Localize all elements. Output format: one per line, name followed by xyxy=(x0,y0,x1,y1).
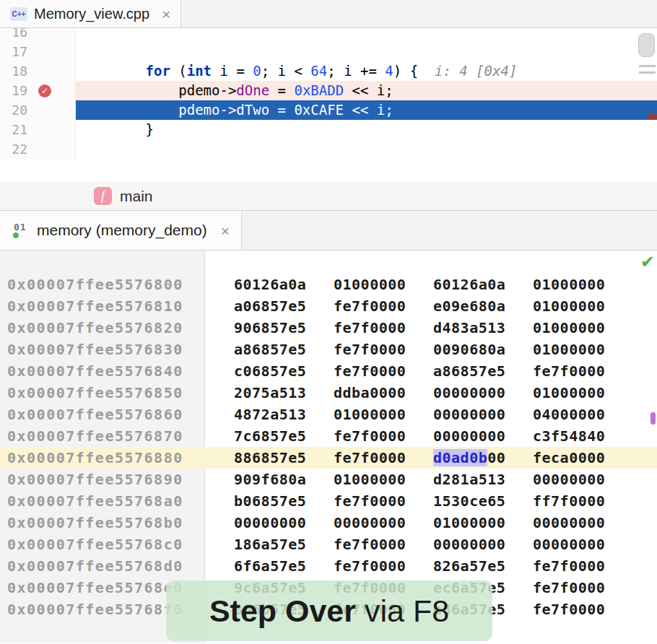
memory-value[interactable]: 60126a0a xyxy=(234,274,334,295)
tab-memory-view-cpp[interactable]: C++ Memory_view.cpp × xyxy=(0,0,181,27)
code-text[interactable]: } xyxy=(76,120,657,139)
memory-row[interactable]: 0x00007ffee5576840c06857e5fe7f0000a86857… xyxy=(0,360,657,382)
memory-value[interactable]: 906857e5 xyxy=(234,317,334,339)
memory-value[interactable]: d0ad0b00 xyxy=(433,447,533,469)
memory-value[interactable]: c3f54840 xyxy=(533,425,632,447)
code-line-21[interactable]: 21 } xyxy=(0,120,657,139)
line-number[interactable]: 19 xyxy=(0,81,27,100)
memory-value[interactable]: 2075a513 xyxy=(234,382,334,404)
memory-value[interactable]: fe7f0000 xyxy=(533,599,632,620)
code-editor[interactable]: 161718 for (int i = 0; i < 64; i += 4) {… xyxy=(0,28,657,182)
memory-value[interactable]: 01000000 xyxy=(533,382,632,404)
memory-value[interactable]: 01000000 xyxy=(533,274,632,295)
memory-value[interactable]: c06857e5 xyxy=(234,360,334,382)
memory-row[interactable]: 0x00007ffee5576890909f680a01000000d281a5… xyxy=(0,469,657,490)
memory-row[interactable]: 0x00007ffee5576810a06857e5fe7f0000e09e68… xyxy=(0,295,657,317)
memory-value[interactable]: fe7f0000 xyxy=(334,339,433,360)
code-line-22[interactable]: 22 xyxy=(0,139,657,159)
memory-value[interactable]: 4872a513 xyxy=(234,404,334,425)
line-number[interactable]: 18 xyxy=(0,61,27,81)
memory-row[interactable]: 0x00007ffee55768a0b06857e5fe7f00001530ce… xyxy=(0,490,657,512)
memory-row[interactable]: 0x00007ffee55768c0186a57e5fe7f0000000000… xyxy=(0,534,657,555)
memory-value[interactable]: 00000000 xyxy=(433,534,533,555)
memory-value[interactable]: fe7f0000 xyxy=(533,360,632,382)
code-line-20[interactable]: 20 pdemo->dTwo = 0xCAFE << i; xyxy=(0,100,657,120)
gutter[interactable]: 17 xyxy=(0,42,76,61)
code-text[interactable] xyxy=(76,42,657,61)
scrollbar-thumb[interactable] xyxy=(638,33,655,57)
memory-value[interactable]: e09e680a xyxy=(433,295,533,317)
memory-value[interactable]: 7c6857e5 xyxy=(234,425,334,447)
memory-value[interactable]: 01000000 xyxy=(433,512,533,534)
line-number[interactable]: 21 xyxy=(0,120,27,139)
tab-memory-view[interactable]: 01 memory (memory_demo) × xyxy=(0,211,242,250)
memory-value[interactable]: a86857e5 xyxy=(234,339,334,360)
memory-value[interactable]: d483a513 xyxy=(433,317,533,339)
memory-row[interactable]: 0x00007ffee5576880886857e5fe7f0000d0ad0b… xyxy=(0,447,657,469)
breakpoint-icon[interactable]: ✓ xyxy=(38,84,51,97)
code-text[interactable]: for (int i = 0; i < 64; i += 4) { i: 4 [… xyxy=(76,61,657,81)
memory-value[interactable]: 01000000 xyxy=(533,339,632,360)
memory-value[interactable]: 00000000 xyxy=(533,469,632,490)
memory-value[interactable]: 01000000 xyxy=(334,274,433,295)
memory-value[interactable]: feca0000 xyxy=(533,447,632,469)
memory-row[interactable]: 0x00007ffee557680060126a0a0100000060126a… xyxy=(0,274,657,295)
code-text[interactable] xyxy=(76,28,657,42)
memory-value[interactable]: a06857e5 xyxy=(234,295,334,317)
memory-row[interactable]: 0x00007ffee55768b00000000000000000010000… xyxy=(0,512,657,534)
line-number[interactable]: 17 xyxy=(0,42,27,61)
memory-row[interactable]: 0x00007ffee55768502075a513ddba0000000000… xyxy=(0,382,657,404)
memory-value[interactable]: 1530ce65 xyxy=(433,490,533,512)
line-number[interactable]: 20 xyxy=(0,100,27,120)
memory-value[interactable]: 00000000 xyxy=(433,404,533,425)
line-number[interactable]: 22 xyxy=(0,139,27,159)
memory-value[interactable]: fe7f0000 xyxy=(533,555,632,577)
gutter[interactable]: 20 xyxy=(0,100,76,120)
memory-value[interactable]: 00000000 xyxy=(334,512,433,534)
memory-value[interactable]: 886857e5 xyxy=(234,447,334,469)
memory-value[interactable]: 6f6a57e5 xyxy=(234,555,334,577)
memory-value[interactable]: 00000000 xyxy=(533,512,632,534)
debugger-frame-bar[interactable]: f main xyxy=(0,182,657,211)
memory-value[interactable]: fe7f0000 xyxy=(334,447,433,469)
memory-value[interactable]: fe7f0000 xyxy=(334,490,433,512)
memory-value[interactable]: 01000000 xyxy=(334,469,433,490)
memory-value[interactable]: 00000000 xyxy=(433,382,533,404)
memory-value[interactable]: fe7f0000 xyxy=(334,295,433,317)
memory-value[interactable]: fe7f0000 xyxy=(334,360,433,382)
memory-value[interactable]: fe7f0000 xyxy=(334,534,433,555)
memory-value[interactable]: 00000000 xyxy=(234,512,334,534)
code-line-19[interactable]: 19✓ pdemo->dOne = 0xBADD << i; xyxy=(0,81,657,100)
code-text[interactable] xyxy=(76,139,657,159)
gutter[interactable]: 18 xyxy=(0,61,76,81)
memory-value[interactable]: 00000000 xyxy=(533,534,632,555)
gutter[interactable]: 16 xyxy=(0,28,76,42)
memory-row[interactable]: 0x00007ffee5576830a86857e5fe7f0000009068… xyxy=(0,339,657,360)
memory-value[interactable]: fe7f0000 xyxy=(533,577,632,599)
memory-row[interactable]: 0x00007ffee55768604872a51301000000000000… xyxy=(0,404,657,425)
memory-value[interactable]: 04000000 xyxy=(533,404,632,425)
memory-value[interactable]: 0090680a xyxy=(433,339,533,360)
memory-row[interactable]: 0x00007ffee55768707c6857e5fe7f0000000000… xyxy=(0,425,657,447)
memory-row[interactable]: 0x00007ffee55768d06f6a57e5fe7f0000826a57… xyxy=(0,555,657,577)
memory-value[interactable]: 826a57e5 xyxy=(433,555,533,577)
line-number[interactable]: 16 xyxy=(0,28,27,42)
memory-value[interactable]: 909f680a xyxy=(234,469,334,490)
gutter[interactable]: 21 xyxy=(0,120,76,139)
memory-value[interactable]: ddba0000 xyxy=(334,382,433,404)
code-text[interactable]: pdemo->dTwo = 0xCAFE << i; xyxy=(76,100,657,120)
memory-value[interactable]: b06857e5 xyxy=(234,490,334,512)
memory-value[interactable]: 00000000 xyxy=(433,425,533,447)
memory-tab-close-icon[interactable]: × xyxy=(221,223,230,238)
tab-close-icon[interactable]: × xyxy=(162,6,170,22)
memory-value[interactable]: fe7f0000 xyxy=(334,317,433,339)
code-line-17[interactable]: 17 xyxy=(0,42,657,61)
memory-value[interactable]: 186a57e5 xyxy=(234,534,334,555)
gutter[interactable]: 22 xyxy=(0,139,76,159)
memory-value[interactable]: 60126a0a xyxy=(433,274,533,295)
code-line-16[interactable]: 16 xyxy=(0,28,657,42)
selected-memory-bytes[interactable]: d0ad0b xyxy=(433,449,487,466)
memory-value[interactable]: 01000000 xyxy=(334,404,433,425)
code-line-18[interactable]: 18 for (int i = 0; i < 64; i += 4) { i: … xyxy=(0,61,657,81)
memory-value[interactable]: fe7f0000 xyxy=(334,555,433,577)
